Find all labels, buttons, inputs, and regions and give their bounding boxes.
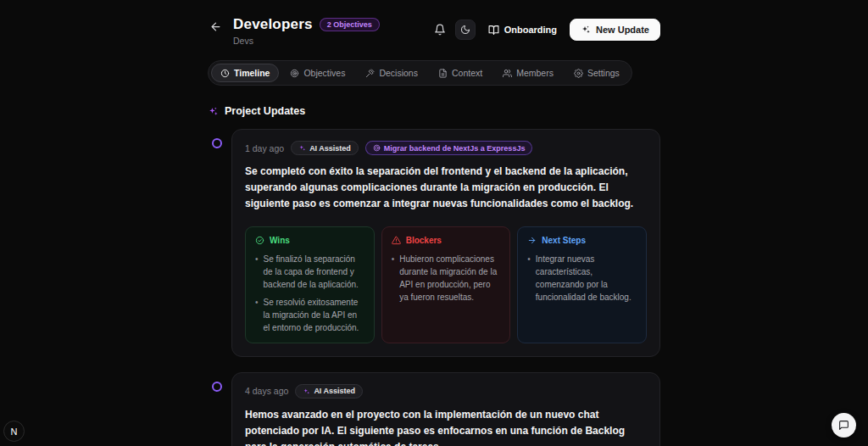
sparkles-icon: [581, 25, 591, 35]
tab-bar: Timeline Objectives Decisions Context Me…: [208, 60, 632, 86]
sparkles-icon: [303, 387, 310, 395]
wins-item: Se finalizó la separación de la capa de …: [255, 253, 364, 291]
book-icon: [488, 25, 499, 36]
updates-timeline: 1 day ago AI Assisted Migrar backend de …: [208, 129, 660, 446]
ai-assisted-badge: AI Assisted: [295, 384, 363, 399]
tab-objectives-label: Objectives: [303, 68, 345, 78]
back-button[interactable]: [208, 19, 224, 35]
arrow-right-icon: [527, 236, 537, 245]
update-row: 1 day ago AI Assisted Migrar backend de …: [212, 129, 660, 357]
tab-members-label: Members: [516, 68, 554, 78]
moon-icon: [460, 25, 470, 35]
tab-members[interactable]: Members: [493, 64, 563, 82]
blockers-title: Blockers: [406, 236, 442, 245]
header-actions: Onboarding New Update: [432, 19, 660, 41]
sparkles-icon: [208, 106, 219, 117]
theme-toggle-button[interactable]: [455, 20, 476, 40]
ai-assisted-label: AI Assisted: [314, 387, 355, 395]
document-icon: [438, 69, 448, 78]
update-body-text: Hemos avanzado en el proyecto con la imp…: [245, 407, 647, 446]
project-updates-heading: Project Updates: [208, 105, 660, 117]
chat-widget-button[interactable]: [832, 413, 856, 438]
notifications-button[interactable]: [432, 22, 448, 37]
new-update-button[interactable]: New Update: [570, 19, 660, 41]
history-icon: [220, 69, 230, 78]
tab-timeline-label: Timeline: [234, 68, 270, 78]
tab-settings-label: Settings: [587, 68, 620, 78]
nextjs-n-logo: N: [11, 426, 18, 437]
update-card: 4 days ago AI Assisted Hemos avanzado en…: [231, 372, 660, 446]
new-update-label: New Update: [596, 25, 649, 35]
update-date: 1 day ago: [245, 143, 284, 153]
timeline-marker-icon: [212, 138, 222, 148]
next-steps-section: Next Steps Integrar nuevas característic…: [517, 226, 647, 343]
users-icon: [503, 69, 512, 78]
sparkles-icon: [298, 144, 306, 152]
tab-settings[interactable]: Settings: [565, 64, 629, 82]
objectives-count-badge: 2 Objectives: [320, 18, 380, 31]
bell-icon: [434, 24, 446, 36]
ai-assisted-label: AI Assisted: [309, 144, 351, 153]
next-steps-title: Next Steps: [542, 236, 586, 245]
tab-objectives[interactable]: Objectives: [281, 64, 354, 82]
timeline-marker-icon: [212, 382, 222, 392]
linked-objective-label: Migrar backend de NextJs a ExpressJs: [384, 144, 526, 153]
tab-decisions[interactable]: Decisions: [356, 64, 427, 82]
title-block: Developers 2 Objectives Devs: [233, 16, 380, 46]
onboarding-label: Onboarding: [504, 25, 557, 35]
gavel-icon: [365, 69, 375, 78]
update-body-text: Se completó con éxito la separación del …: [245, 164, 647, 212]
wins-title: Wins: [270, 236, 290, 245]
gear-icon: [574, 69, 583, 78]
blockers-item: Hubieron complicaciones durante la migra…: [392, 253, 501, 304]
target-icon: [290, 69, 299, 78]
arrow-left-icon: [209, 20, 222, 33]
update-row: 4 days ago AI Assisted Hemos avanzado en…: [212, 372, 660, 446]
onboarding-button[interactable]: Onboarding: [483, 24, 562, 36]
linked-objective-badge[interactable]: Migrar backend de NextJs a ExpressJs: [365, 141, 533, 155]
wins-item: Se resolvió exitosamente la migración de…: [255, 296, 364, 334]
main-container: Developers 2 Objectives Devs Onboarding: [208, 0, 660, 446]
page-subtitle: Devs: [233, 36, 380, 46]
alert-triangle-icon: [392, 236, 401, 245]
project-updates-title: Project Updates: [225, 105, 305, 117]
target-icon: [373, 144, 381, 152]
tab-decisions-label: Decisions: [379, 68, 418, 78]
page-title: Developers: [233, 16, 313, 33]
update-date: 4 days ago: [245, 386, 288, 396]
tab-timeline[interactable]: Timeline: [211, 64, 279, 82]
update-card: 1 day ago AI Assisted Migrar backend de …: [231, 129, 660, 357]
check-circle-icon: [255, 236, 264, 245]
ai-assisted-badge: AI Assisted: [291, 141, 359, 155]
wins-section: Wins Se finalizó la separación de la cap…: [245, 226, 375, 343]
next-steps-item: Integrar nuevas características, comenza…: [527, 253, 637, 304]
blockers-section: Blockers Hubieron complicaciones durante…: [381, 226, 511, 343]
page-header: Developers 2 Objectives Devs Onboarding: [208, 16, 660, 46]
tab-context[interactable]: Context: [429, 64, 492, 82]
message-square-icon: [838, 420, 849, 431]
tab-context-label: Context: [452, 68, 482, 78]
nextjs-logo-button[interactable]: N: [3, 421, 25, 442]
